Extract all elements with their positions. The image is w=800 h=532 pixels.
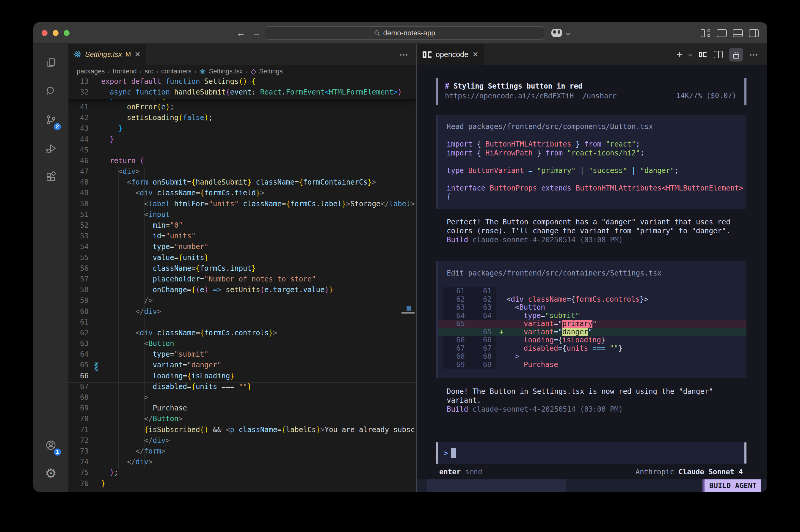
copilot-icon[interactable] (551, 29, 562, 37)
code-line[interactable]: 56 className={formCs.input} (69, 264, 416, 275)
navigate-forward-button[interactable]: → (252, 22, 261, 44)
line-number[interactable]: 64 (69, 350, 89, 358)
code-line[interactable]: 74 </div> (69, 458, 416, 469)
code-line[interactable]: 13export default function Settings() { (69, 77, 416, 88)
line-number[interactable]: 56 (69, 264, 89, 272)
line-number[interactable]: 74 (69, 458, 89, 466)
navigate-back-button[interactable]: ← (237, 22, 245, 44)
code-line[interactable]: 46 return ( (69, 157, 416, 167)
command-center-search[interactable]: demo-notes-app (265, 26, 544, 40)
new-session-chevron-icon[interactable] (688, 53, 692, 56)
line-number[interactable]: 61 (69, 318, 89, 326)
line-number[interactable]: 49 (69, 189, 89, 197)
breadcrumb-item[interactable]: packages (77, 68, 105, 75)
code-line[interactable]: 58 onChange={(e) => setUnits(e.target.va… (69, 286, 416, 296)
code-line[interactable]: 44 } (69, 135, 416, 146)
code-line[interactable]: 55 value={units} (69, 253, 416, 264)
source-control-icon[interactable]: 2 (33, 109, 69, 131)
code-line[interactable]: 69 Purchase (69, 404, 416, 415)
line-number[interactable]: 60 (69, 307, 89, 316)
customize-layout-icon[interactable] (701, 29, 711, 37)
tab-opencode[interactable]: opencode ✕ (417, 44, 485, 65)
line-number[interactable]: 73 (69, 447, 89, 455)
run-debug-icon[interactable] (33, 138, 69, 159)
code-line[interactable]: 63 <Button (69, 339, 416, 350)
line-number[interactable]: 59 (69, 296, 89, 305)
line-number[interactable]: 51 (69, 210, 89, 219)
breadcrumb-item[interactable]: Settings (259, 68, 283, 75)
code-line[interactable]: 60 </div> (69, 307, 416, 318)
tab-settings-tsx[interactable]: Settings.tsx M ✕ (69, 44, 146, 65)
line-number[interactable]: 46 (69, 157, 89, 165)
line-number[interactable]: 42 (69, 114, 89, 122)
code-line[interactable]: 52 min="0" (69, 221, 416, 232)
editor-more-actions-icon[interactable]: ⋯ (399, 44, 408, 65)
line-number[interactable]: 57 (69, 275, 89, 283)
explorer-icon[interactable] (33, 52, 69, 73)
code-line[interactable]: 68 > (69, 393, 416, 404)
line-number[interactable]: 71 (69, 425, 89, 434)
line-number[interactable]: 58 (69, 286, 89, 294)
code-editor[interactable]: 40 } catch (e) {41 onError(e);42 setIsLo… (69, 77, 416, 492)
code-line[interactable]: 32 async function handleSubmit(event: Re… (69, 88, 416, 99)
line-number[interactable]: 70 (69, 415, 89, 423)
line-number[interactable]: 68 (69, 393, 89, 401)
code-line[interactable]: 65 variant="danger" (69, 361, 416, 372)
line-number[interactable]: 52 (69, 221, 89, 229)
code-line[interactable]: 59 /> (69, 296, 416, 307)
line-number[interactable]: 76 (69, 479, 89, 488)
code-line[interactable]: 71 {isSubscribed() && <p className={labe… (69, 425, 416, 436)
code-line[interactable]: 67 disabled={units === ""} (69, 382, 416, 393)
code-line[interactable]: 76} (69, 479, 416, 490)
code-line[interactable]: 75 ); (69, 469, 416, 479)
line-number[interactable]: 50 (69, 200, 89, 208)
line-number[interactable]: 65 (69, 361, 89, 369)
breadcrumb-item[interactable]: containers (161, 68, 191, 75)
maximize-window-button[interactable] (64, 30, 70, 36)
line-number[interactable]: 72 (69, 436, 89, 444)
code-line[interactable]: 64 type="submit" (69, 350, 416, 361)
line-number[interactable]: 41 (69, 103, 89, 111)
code-line[interactable]: 42 setIsLoading(false); (69, 114, 416, 124)
line-number[interactable]: 53 (69, 232, 89, 240)
tab-close-icon[interactable]: ✕ (134, 50, 141, 59)
line-number[interactable]: 45 (69, 146, 89, 154)
line-number[interactable]: 13 (69, 77, 89, 86)
code-line[interactable]: 57 placeholder="Number of notes to store… (69, 275, 416, 286)
code-line[interactable]: 73 </form> (69, 447, 416, 458)
code-line[interactable]: 62 <div className={formCs.controls}> (69, 329, 416, 339)
breadcrumb-item[interactable]: frontend (113, 68, 137, 75)
line-number[interactable]: 54 (69, 243, 89, 251)
line-number[interactable]: 48 (69, 178, 89, 186)
code-line[interactable]: 43 } (69, 124, 416, 135)
code-line[interactable]: 70 </Button> (69, 415, 416, 425)
opencode-action-icon[interactable] (699, 52, 707, 57)
copilot-chevron-down-icon[interactable] (566, 31, 571, 36)
share-url[interactable]: https://opencode.ai/s/eBdFXTiH (445, 92, 574, 100)
line-number[interactable]: 75 (69, 469, 89, 477)
code-line[interactable]: 51 <input (69, 210, 416, 221)
sticky-scroll-header[interactable]: 13export default function Settings() {32… (69, 77, 416, 99)
line-number[interactable]: 67 (69, 382, 89, 391)
line-number[interactable]: 47 (69, 167, 89, 176)
code-line[interactable]: 48 <form onSubmit={handleSubmit} classNa… (69, 178, 416, 189)
settings-gear-icon[interactable]: ⚙ (33, 463, 69, 484)
code-line[interactable]: 47 <div> (69, 167, 416, 178)
agent-mode-badge[interactable]: BUILD AGENT (703, 479, 761, 492)
breadcrumb-item[interactable]: src (145, 68, 153, 75)
line-number[interactable]: 32 (69, 88, 89, 96)
line-number[interactable]: 44 (69, 135, 89, 144)
toggle-secondary-sidebar-icon[interactable] (749, 29, 759, 37)
extensions-icon[interactable] (33, 166, 69, 188)
close-window-button[interactable] (42, 30, 48, 36)
unshare-command[interactable]: /unshare (574, 92, 617, 100)
panel-tab-close-icon[interactable]: ✕ (472, 50, 479, 59)
code-line[interactable]: 45 (69, 146, 416, 157)
line-number[interactable]: 55 (69, 253, 89, 262)
accounts-icon[interactable]: 1 (33, 435, 69, 456)
code-line[interactable]: 54 type="number" (69, 243, 416, 253)
line-number[interactable]: 43 (69, 124, 89, 133)
search-sidebar-icon[interactable] (33, 80, 69, 102)
lock-toggle-active[interactable] (729, 48, 743, 61)
code-line[interactable]: 53 id="units" (69, 232, 416, 243)
